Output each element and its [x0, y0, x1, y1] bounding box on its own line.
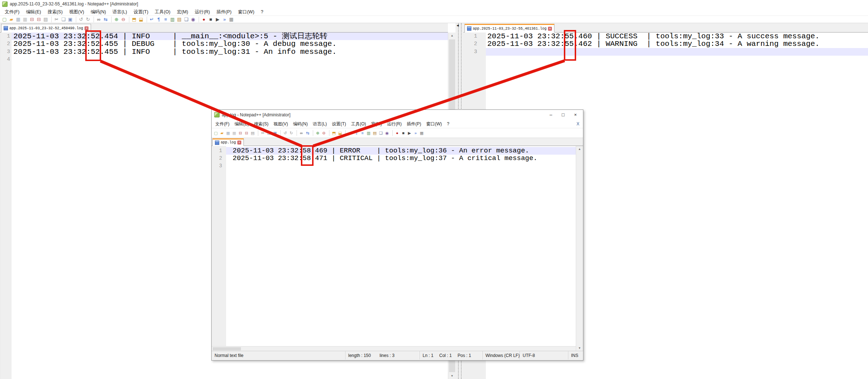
- tab-left-file[interactable]: app.2025-11-03_23-32-52_450490.log ×: [1, 24, 91, 33]
- inner-sync-scroll-v-button[interactable]: ⬒: [331, 130, 337, 136]
- inner-function-list-button[interactable]: ▤: [372, 130, 377, 136]
- outer-menu-e[interactable]: 编辑(E): [23, 8, 44, 16]
- inner-vertical-scrollbar[interactable]: ▲ ▼: [576, 146, 583, 351]
- inner-print-button[interactable]: ▤: [250, 130, 255, 136]
- inner-save-all-button[interactable]: ▦: [232, 130, 237, 136]
- outer-file-monitor-button[interactable]: ◉: [190, 16, 196, 22]
- inner-new-file-button[interactable]: ▢: [213, 130, 219, 136]
- outer-macro-record-button[interactable]: ●: [201, 16, 207, 22]
- status-encoding[interactable]: UTF-8: [520, 351, 568, 359]
- outer-menu-o[interactable]: 工具(O): [152, 8, 174, 16]
- tab-close-icon[interactable]: ×: [85, 26, 88, 30]
- inner-save-file-button[interactable]: ▦: [225, 130, 231, 136]
- log-line[interactable]: 2025-11-03 23:32:58.471 | CRITICAL | too…: [226, 155, 576, 162]
- outer-menu-t[interactable]: 设置(T): [130, 8, 152, 16]
- status-eol-format[interactable]: Windows (CR LF): [483, 351, 520, 359]
- editor-text-area[interactable]: 2025-11-03 23:32:58.469 | ERROR | tools:…: [226, 146, 576, 346]
- log-line[interactable]: 2025-11-03 23:32:55.460 | SUCCESS | tool…: [486, 33, 868, 40]
- tab-app-log[interactable]: app.log ×: [212, 138, 244, 146]
- outer-sync-scroll-v-button[interactable]: ⬒: [131, 16, 137, 22]
- outer-redo-button[interactable]: ↻: [85, 16, 91, 22]
- log-line[interactable]: 2025-11-03 23:32:52.454 | INFO | __main_…: [12, 33, 449, 40]
- tab-close-icon[interactable]: ×: [548, 27, 552, 31]
- inner-editor-pane[interactable]: 123 2025-11-03 23:32:58.469 | ERROR | to…: [212, 146, 576, 346]
- log-line[interactable]: [486, 48, 868, 56]
- scroll-up-icon[interactable]: ▲: [448, 33, 456, 39]
- outer-menu-r[interactable]: 运行(R): [191, 8, 213, 16]
- maximize-button[interactable]: □: [557, 110, 569, 120]
- inner-find-button[interactable]: ∞: [299, 130, 304, 136]
- outer-zoom-out-button[interactable]: ⊖: [120, 16, 126, 22]
- outer-macro-save-button[interactable]: ▦: [228, 16, 234, 22]
- outer-indent-guide-button[interactable]: ≡: [163, 16, 169, 22]
- outer-menu-w[interactable]: 窗口(W): [235, 8, 258, 16]
- outer-menu-f[interactable]: 文件(F): [1, 8, 23, 16]
- inner-menu-w[interactable]: 窗口(W): [424, 120, 444, 128]
- log-line[interactable]: 2025-11-03 23:32:52.455 | DEBUG | tools:…: [12, 40, 449, 48]
- outer-macro-run-multiple-button[interactable]: »: [221, 16, 228, 22]
- outer-save-file-button[interactable]: ▦: [15, 16, 21, 22]
- inner-notepadpp-window[interactable]: app.log - Notepad++ [Administrator] – □ …: [211, 109, 583, 361]
- outer-macro-stop-button[interactable]: ■: [208, 16, 214, 22]
- outer-zoom-in-button[interactable]: ⊕: [113, 16, 120, 22]
- inner-zoom-out-button[interactable]: ⊖: [321, 130, 327, 136]
- outer-sync-scroll-h-button[interactable]: ⬓: [138, 16, 144, 22]
- inner-menu-f[interactable]: 文件(F): [213, 120, 232, 128]
- outer-copy-button[interactable]: ❏: [60, 16, 66, 22]
- scroll-down-icon[interactable]: ▼: [448, 373, 456, 379]
- inner-zoom-in-button[interactable]: ⊕: [315, 130, 320, 136]
- scroll-down-icon[interactable]: ▼: [576, 345, 583, 351]
- outer-cut-button[interactable]: ✂: [53, 16, 60, 22]
- tab-list-arrow-icon[interactable]: ◀: [457, 24, 459, 27]
- inner-open-file-button[interactable]: ▰: [219, 130, 225, 136]
- outer-show-all-chars-button[interactable]: ¶: [156, 16, 162, 22]
- outer-menu-s[interactable]: 搜索(S): [44, 8, 66, 16]
- outer-undo-button[interactable]: ↺: [78, 16, 84, 22]
- log-line[interactable]: [226, 162, 576, 170]
- outer-save-all-button[interactable]: ▦: [22, 16, 28, 22]
- inner-macro-save-button[interactable]: ▦: [419, 130, 424, 136]
- inner-undo-button[interactable]: ↺: [282, 130, 288, 136]
- inner-redo-button[interactable]: ↻: [289, 130, 294, 136]
- close-document-button[interactable]: X: [576, 120, 579, 128]
- outer-replace-button[interactable]: ⇆: [103, 16, 109, 22]
- outer-doc-map-button[interactable]: ▥: [169, 16, 176, 22]
- inner-menu-?[interactable]: ?: [444, 120, 452, 128]
- outer-function-list-button[interactable]: ▤: [176, 16, 182, 22]
- outer-close-file-button[interactable]: ⊟: [29, 16, 35, 22]
- inner-macro-record-button[interactable]: ●: [394, 130, 400, 136]
- outer-menu-p[interactable]: 插件(P): [213, 8, 235, 16]
- inner-menu-p[interactable]: 插件(P): [404, 120, 424, 128]
- inner-menu-t[interactable]: 设置(T): [329, 120, 349, 128]
- log-line[interactable]: 2025-11-03 23:32:58.469 | ERROR | tools:…: [226, 147, 576, 155]
- outer-macro-play-button[interactable]: ▶: [215, 16, 221, 22]
- outer-menu-m[interactable]: 宏(M): [174, 8, 191, 16]
- tab-close-icon[interactable]: ×: [237, 141, 241, 145]
- log-line[interactable]: 2025-11-03 23:32:52.455 | INFO | tools:m…: [12, 48, 449, 56]
- outer-find-button[interactable]: ∞: [96, 16, 102, 22]
- outer-new-file-button[interactable]: ▢: [1, 16, 8, 22]
- scroll-up-icon[interactable]: ▲: [576, 146, 583, 152]
- log-line[interactable]: [12, 56, 449, 63]
- inner-menu-n[interactable]: 编码(N): [290, 120, 310, 128]
- outer-menu-v[interactable]: 视图(V): [66, 8, 87, 16]
- inner-macro-play-button[interactable]: ▶: [407, 130, 412, 136]
- minimize-button[interactable]: –: [545, 110, 557, 120]
- inner-close-file-button[interactable]: ⊟: [238, 130, 243, 136]
- inner-horizontal-scrollbar[interactable]: [212, 346, 576, 351]
- scrollbar-thumb[interactable]: [213, 347, 241, 350]
- inner-close-all-button[interactable]: ⊟: [244, 130, 249, 136]
- close-button[interactable]: ×: [569, 110, 582, 120]
- outer-menu-l[interactable]: 语言(L): [109, 8, 130, 16]
- inner-menu-v[interactable]: 视图(V): [271, 120, 290, 128]
- status-insert-mode[interactable]: INS: [568, 351, 583, 359]
- log-line[interactable]: 2025-11-03 23:32:55.462 | WARNING | tool…: [486, 40, 868, 48]
- outer-doc-switcher-button[interactable]: ❏: [183, 16, 189, 22]
- outer-paste-button[interactable]: ▣: [67, 16, 73, 22]
- inner-doc-map-button[interactable]: ▥: [366, 130, 371, 136]
- inner-doc-switcher-button[interactable]: ❏: [378, 130, 384, 136]
- inner-file-monitor-button[interactable]: ◉: [384, 130, 390, 136]
- outer-close-all-button[interactable]: ⊟: [36, 16, 42, 22]
- inner-menu-l[interactable]: 语言(L): [310, 120, 329, 128]
- outer-menu-?[interactable]: ?: [258, 8, 267, 16]
